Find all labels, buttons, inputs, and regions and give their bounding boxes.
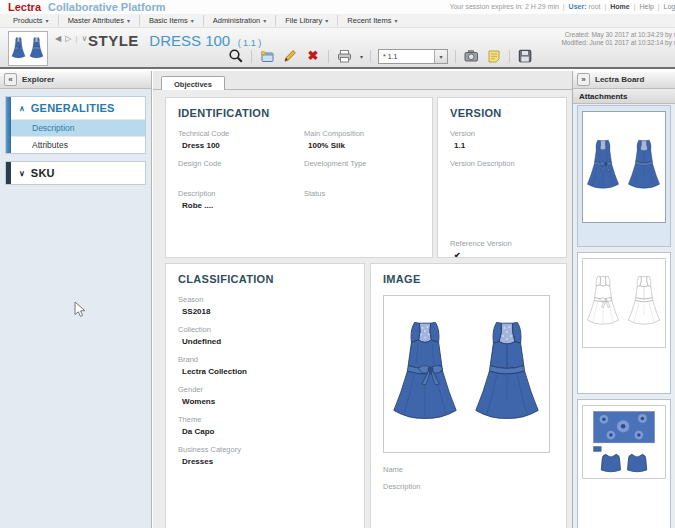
- menu-administration[interactable]: Administration▾: [204, 15, 277, 26]
- field-description: Description Robe ....: [178, 189, 294, 211]
- field-business-category: Business Category Dresses: [178, 445, 352, 467]
- new-item-icon[interactable]: [259, 48, 275, 64]
- field-theme: Theme Da Capo: [178, 415, 352, 437]
- group-label: GENERALITIES: [31, 102, 115, 114]
- group-sku: ∨ SKU: [5, 161, 146, 185]
- check-icon: ✔: [450, 251, 554, 258]
- delete-icon[interactable]: ✖: [305, 48, 321, 64]
- expand-panel-icon[interactable]: »: [577, 73, 590, 86]
- print-dropdown-icon[interactable]: ▾: [360, 53, 363, 60]
- menu-products[interactable]: Products▾: [4, 15, 59, 26]
- session-expires-text: Your session expires in: 2 H 29 min: [449, 3, 558, 10]
- help-link[interactable]: Help: [639, 3, 653, 10]
- tree-item-attributes[interactable]: Attributes: [6, 136, 145, 153]
- chevron-down-icon: ▾: [191, 17, 194, 24]
- explorer-tree: ∧ GENERALITIES Description Attributes ∨ …: [5, 96, 146, 185]
- camera-icon[interactable]: [463, 48, 479, 64]
- menu-recent-items[interactable]: Recent Items▾: [338, 15, 406, 26]
- menu-file-library[interactable]: File Library▾: [276, 15, 338, 26]
- group-generalities: ∧ GENERALITIES Description Attributes: [5, 96, 146, 154]
- explorer-header: « Explorer: [0, 71, 151, 89]
- field-version: Version 1.1: [450, 129, 554, 151]
- dress-pair-thumbnail: [10, 35, 46, 63]
- menu-master-attributes[interactable]: Master Attributes▾: [59, 15, 140, 26]
- logout-link[interactable]: Logout: [664, 3, 675, 10]
- mouse-cursor: [74, 301, 88, 323]
- field-development-type: Development Type: [304, 159, 420, 181]
- menu-basic-items[interactable]: Basic Items▾: [140, 15, 204, 26]
- field-image-name: Name: [383, 465, 554, 474]
- dress-pair-colored-image: [583, 138, 665, 196]
- field-season: Season SS2018: [178, 295, 352, 317]
- explorer-panel: « Explorer ∧ GENERALITIES Description At…: [0, 71, 152, 528]
- brand-primary: Lectra: [8, 1, 41, 13]
- brand-secondary: Collaborative Platform: [48, 1, 165, 13]
- objectives-content: IDENTIFICATION Technical Code Dress 100 …: [153, 90, 572, 528]
- prev-record-icon[interactable]: ◀: [55, 34, 61, 43]
- field-collection: Collection Undefined: [178, 325, 352, 347]
- version-select-value: * 1.1: [379, 53, 434, 60]
- explorer-title: Explorer: [22, 75, 54, 84]
- select-caret-icon[interactable]: ▾: [434, 50, 447, 63]
- group-label: SKU: [31, 167, 55, 179]
- dress-front-back-image: [385, 318, 549, 430]
- tab-strip: Objectives: [153, 71, 572, 90]
- version-panel: VERSION Version 1.1 Version Description …: [437, 97, 567, 258]
- field-image-description: Description: [383, 482, 554, 491]
- modified-text: Modified: June 01 2017 at 10:32:14 by ro…: [561, 39, 675, 47]
- notes-icon[interactable]: [486, 48, 502, 64]
- chevron-up-icon: ∧: [19, 104, 25, 113]
- tree-item-description[interactable]: Description: [6, 119, 145, 136]
- style-toolbar: ✖ ▾ * 1.1 ▾: [228, 47, 533, 65]
- group-color-bar: [6, 162, 11, 184]
- style-image[interactable]: [383, 295, 550, 453]
- collapse-panel-icon[interactable]: «: [4, 73, 17, 86]
- app-logo: Lectra Collaborative Platform: [8, 1, 165, 13]
- chevron-down-icon: ∨: [19, 169, 25, 178]
- field-status: Status: [304, 189, 420, 211]
- next-record-icon[interactable]: ▷: [65, 34, 71, 43]
- edit-pencil-icon[interactable]: [282, 48, 298, 64]
- home-link[interactable]: Home: [610, 3, 629, 10]
- field-reference-version: Reference Version ✔: [450, 239, 554, 258]
- identification-panel: IDENTIFICATION Technical Code Dress 100 …: [165, 97, 433, 258]
- user-value: root: [588, 3, 600, 10]
- board-title: Lectra Board: [595, 75, 644, 84]
- group-generalities-header[interactable]: ∧ GENERALITIES: [6, 97, 145, 119]
- fabric-swatch-image: [584, 407, 664, 477]
- version-select[interactable]: * 1.1 ▾: [378, 49, 448, 64]
- print-icon[interactable]: [336, 48, 352, 64]
- session-bar: Your session expires in: 2 H 29 min | Us…: [449, 3, 675, 10]
- classification-panel: CLASSIFICATION Season SS2018 Collection …: [165, 263, 365, 528]
- field-version-description: Version Description: [450, 159, 554, 181]
- record-navigation: ◀ ▷ | ∨: [55, 34, 87, 43]
- panel-title: IDENTIFICATION: [178, 107, 420, 119]
- attachment-thumbnail-fabric-swatch[interactable]: [577, 399, 671, 528]
- attachment-thumbnail-colored-sketch[interactable]: [577, 105, 671, 247]
- nav-dropdown-icon[interactable]: ∨: [81, 34, 87, 43]
- field-brand: Brand Lectra Collection: [178, 355, 352, 377]
- style-thumbnail: [8, 31, 48, 66]
- panel-title: VERSION: [450, 107, 554, 119]
- panel-title: CLASSIFICATION: [178, 273, 352, 285]
- field-design-code: Design Code: [178, 159, 294, 181]
- search-icon[interactable]: [228, 48, 244, 64]
- field-gender: Gender Womens: [178, 385, 352, 407]
- style-name: DRESS 100: [149, 32, 230, 49]
- save-icon[interactable]: [517, 48, 533, 64]
- style-header: ◀ ▷ | ∨ STYLE DRESS 100 ( 1.1 ) ✖ ▾ * 1.…: [0, 28, 675, 69]
- main-area: Objectives IDENTIFICATION Technical Code…: [153, 71, 572, 528]
- field-technical-code: Technical Code Dress 100: [178, 129, 294, 151]
- chevron-down-icon: ▾: [263, 17, 266, 24]
- panel-title: IMAGE: [383, 273, 554, 285]
- attachment-thumbnail-line-sketch[interactable]: [577, 252, 671, 394]
- field-main-composition: Main Composition 100% Silk: [304, 129, 420, 151]
- created-text: Created: May 30 2017 at 10:34:29 by root: [561, 31, 675, 39]
- chevron-down-icon: ▾: [325, 17, 328, 24]
- image-panel: IMAGE Name Description: [370, 263, 567, 528]
- chevron-down-icon: ▾: [46, 17, 49, 24]
- main-menu-bar: Products▾ Master Attributes▾ Basic Items…: [0, 14, 675, 28]
- top-bar: Lectra Collaborative Platform Your sessi…: [0, 0, 675, 14]
- user-label: User:: [569, 3, 587, 10]
- group-sku-header[interactable]: ∨ SKU: [6, 162, 145, 184]
